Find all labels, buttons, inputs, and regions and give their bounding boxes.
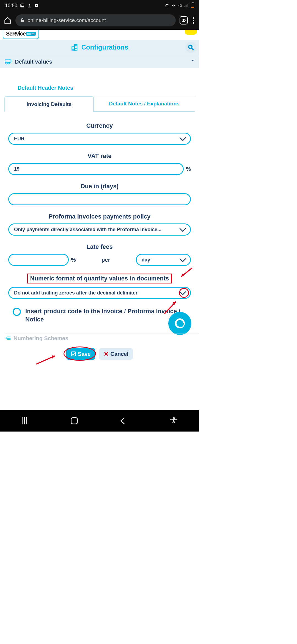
proforma-policy-select[interactable]: Only payments directly associated with t… — [8, 223, 191, 236]
signal-icon — [184, 3, 189, 8]
svg-rect-5 — [185, 6, 185, 7]
late-fees-percent-unit: % — [71, 257, 76, 263]
battery-icon — [191, 3, 194, 8]
annotation-highlight-label: Numeric format of quantity values in doc… — [27, 274, 172, 283]
svg-rect-6 — [186, 6, 186, 7]
svg-rect-3 — [36, 5, 37, 6]
browser-home-icon[interactable] — [4, 17, 12, 24]
vat-rate-unit: % — [186, 166, 191, 172]
section-default-values-title: Default values — [15, 59, 52, 65]
close-icon — [103, 351, 109, 357]
vat-rate-input[interactable]: 19 — [8, 163, 184, 175]
cancel-button[interactable]: Cancel — [99, 348, 133, 360]
page-content: SeRvice com Configurations Default value… — [0, 30, 199, 365]
alarm-icon — [165, 3, 169, 8]
stop-icon — [34, 3, 39, 8]
subtabs: Invoicing Defaults Default Notes / Expla… — [4, 96, 195, 112]
tab-switcher-button[interactable]: :D — [180, 16, 188, 24]
nav-home-button[interactable] — [71, 417, 78, 424]
currency-select[interactable]: EUR — [8, 133, 191, 145]
search-button[interactable] — [185, 42, 196, 53]
svg-point-1 — [29, 4, 30, 6]
browser-menu-button[interactable] — [192, 16, 195, 25]
vibrate-mute-icon — [171, 3, 176, 8]
next-section-peek[interactable]: ¹☰ Numbering Schemes — [6, 335, 199, 342]
chevron-up-icon: ⌃ — [191, 59, 195, 65]
vat-rate-label: VAT rate — [8, 152, 191, 160]
svg-rect-7 — [186, 5, 187, 7]
section-default-values[interactable]: Default values ⌃ — [0, 55, 199, 68]
annotation-arrow-icon — [36, 354, 58, 365]
browser-url: online-billing-service.com/account — [28, 17, 106, 23]
image-icon — [20, 3, 24, 8]
next-section-title: Numbering Schemes — [13, 335, 68, 342]
browser-omnibox[interactable]: online-billing-service.com/account — [15, 14, 176, 26]
due-in-input[interactable] — [8, 193, 191, 205]
numeric-format-select[interactable]: Do not add trailing zeroes after the dec… — [8, 287, 191, 299]
configurations-title: Configurations — [81, 43, 128, 51]
late-fees-per-word: per — [78, 257, 134, 263]
nav-accessibility-button[interactable] — [170, 417, 177, 424]
insert-product-code-checkbox[interactable] — [13, 308, 21, 316]
site-logo[interactable]: SeRvice com — [3, 30, 39, 39]
tab-default-notes[interactable]: Default Notes / Explanations — [94, 96, 195, 112]
late-fees-label: Late fees — [8, 243, 191, 250]
configurations-header: Configurations — [0, 40, 199, 55]
default-values-icon — [4, 58, 12, 66]
android-status-bar: 10:50 4G — [0, 0, 199, 11]
nav-back-button[interactable] — [120, 417, 127, 424]
svg-rect-10 — [72, 47, 74, 50]
annotation-highlight-save — [64, 346, 96, 361]
default-header-notes-link[interactable]: Default Header Notes — [0, 85, 199, 95]
currency-label: Currency — [8, 122, 191, 129]
network-type-label: 4G — [178, 4, 182, 7]
android-nav-bar — [0, 410, 199, 432]
menu-chip[interactable] — [185, 30, 197, 35]
chat-icon — [175, 318, 185, 328]
late-fees-unit-select[interactable]: day — [136, 254, 191, 266]
annotation-highlight-dropdown — [179, 288, 189, 298]
tab-invoicing-defaults[interactable]: Invoicing Defaults — [4, 96, 94, 112]
svg-rect-15 — [5, 60, 11, 62]
proforma-policy-label: Proforma Invoices payments policy — [8, 213, 191, 220]
site-header: SeRvice com — [0, 30, 199, 40]
lock-icon — [20, 18, 25, 23]
browser-toolbar: online-billing-service.com/account :D — [0, 11, 199, 30]
late-fees-percent-input[interactable] — [8, 254, 69, 266]
configurations-icon — [71, 43, 79, 51]
numeric-format-label: Numeric format of quantity values in doc… — [8, 274, 191, 283]
due-in-label: Due in (days) — [8, 183, 191, 190]
svg-rect-8 — [187, 4, 188, 7]
nav-recent-button[interactable] — [22, 417, 27, 424]
svg-rect-9 — [21, 20, 24, 22]
numbering-icon: ¹☰ — [6, 336, 11, 341]
annotation-arrow-icon — [179, 268, 193, 279]
person-icon — [27, 3, 32, 8]
chat-fab[interactable] — [168, 312, 191, 335]
search-icon — [188, 44, 194, 51]
status-time: 10:50 — [5, 3, 17, 9]
